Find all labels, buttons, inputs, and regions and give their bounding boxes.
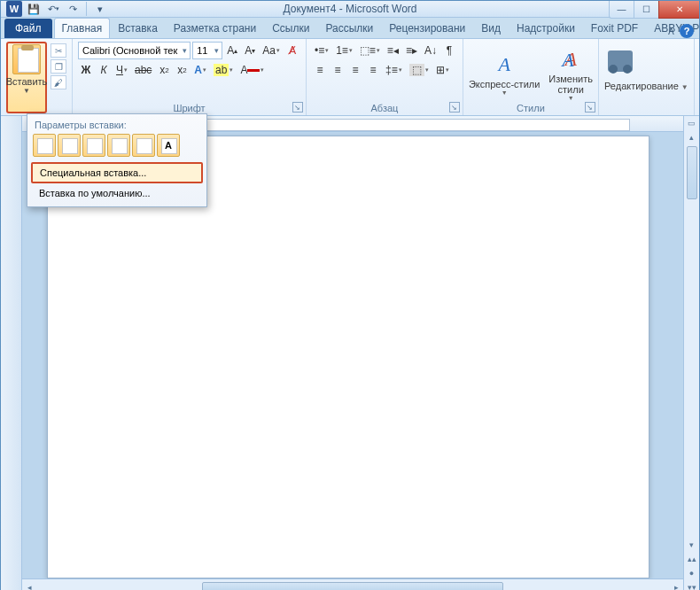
clear-formatting-button[interactable]: A̸ — [284, 42, 300, 59]
group-paragraph: •≡▾ 1≡▾ ⬚≡▾ ≡◂ ≡▸ A↓ ¶ ≡ ≡ ≡ ≡ ‡≡▾ ⬚▾ ⊞▾… — [307, 39, 463, 115]
font-color-button[interactable]: A▾ — [237, 61, 267, 79]
change-styles-button[interactable]: A Изменить стили ▼ — [548, 45, 593, 101]
cut-button[interactable]: ✂ — [51, 43, 66, 58]
paste-special-item[interactable]: Специальная вставка... — [31, 162, 203, 183]
app-window: W 💾 ↶▾ ↷ ▾ Документ4 - Microsoft Word — … — [0, 0, 700, 590]
shrink-font-button[interactable]: A▾ — [242, 42, 258, 59]
paste-option-picture[interactable] — [132, 134, 155, 157]
paste-option-text-only[interactable]: A — [157, 134, 180, 157]
font-size-combo[interactable]: 11 — [192, 42, 222, 59]
tab-view[interactable]: Вид — [473, 18, 509, 38]
qat-customize[interactable]: ▾ — [92, 1, 108, 17]
prev-page-icon[interactable]: ▴▴ — [688, 552, 696, 566]
vertical-scrollbar[interactable]: ▭ ▴ ▾ ▴▴ ● ▾▾ — [683, 116, 699, 590]
align-left-button[interactable]: ≡ — [312, 61, 328, 79]
redo-button[interactable]: ↷ — [65, 1, 81, 17]
horizontal-scrollbar[interactable]: ◂ ▸ — [22, 578, 683, 590]
tab-references[interactable]: Ссылки — [264, 18, 317, 38]
group-clipboard: Вставить ▼ ✂ ❐ 🖌 — [1, 39, 73, 115]
change-case-button[interactable]: Aa▾ — [260, 42, 283, 59]
line-spacing-button[interactable]: ‡≡▾ — [383, 61, 405, 79]
editing-button[interactable] — [604, 42, 688, 81]
undo-button[interactable]: ↶▾ — [45, 1, 61, 17]
subscript-button[interactable]: x2 — [156, 61, 172, 79]
paragraph-dialog-launcher[interactable]: ↘ — [449, 102, 460, 113]
font-name-combo[interactable]: Calibri (Основной тек — [78, 42, 191, 59]
tab-insert[interactable]: Вставка — [110, 18, 166, 38]
close-button[interactable]: ✕ — [658, 1, 699, 19]
chevron-down-icon: ▼ — [502, 89, 508, 96]
paste-button[interactable]: Вставить ▼ — [6, 42, 47, 113]
shading-button[interactable]: ⬚▾ — [407, 61, 432, 79]
paste-options-menu: Параметры вставки: A Специальная вставка… — [27, 113, 207, 207]
copy-button[interactable]: ❐ — [51, 59, 66, 74]
tab-review[interactable]: Рецензировани — [381, 18, 473, 38]
styles-dialog-launcher[interactable]: ↘ — [585, 102, 595, 113]
editing-label: Редактирование — [604, 81, 679, 91]
next-page-icon[interactable]: ▾▾ — [688, 580, 696, 590]
vertical-ruler[interactable] — [1, 116, 22, 590]
tab-layout[interactable]: Разметка страни — [166, 18, 264, 38]
align-center-button[interactable]: ≡ — [330, 61, 346, 79]
numbering-button[interactable]: 1≡▾ — [333, 42, 355, 59]
help-icon[interactable]: ? — [680, 24, 694, 38]
paste-option-use-dest[interactable] — [82, 134, 105, 157]
bullets-button[interactable]: •≡▾ — [312, 42, 331, 59]
align-right-button[interactable]: ≡ — [347, 61, 363, 79]
window-controls: — ☐ ✕ — [609, 1, 699, 19]
superscript-button[interactable]: x2 — [174, 61, 190, 79]
tab-addins[interactable]: Надстройки — [509, 18, 583, 38]
multilevel-button[interactable]: ⬚≡▾ — [357, 42, 383, 59]
grow-font-button[interactable]: A▴ — [224, 42, 240, 59]
bold-button[interactable]: Ж — [78, 61, 94, 79]
vscroll-thumb[interactable] — [687, 146, 697, 199]
scroll-left-icon[interactable]: ◂ — [22, 579, 36, 590]
paste-option-merge[interactable] — [58, 134, 81, 157]
group-editing-label — [604, 101, 688, 113]
group-styles: A Экспресс-стили ▼ A Изменить стили ▼ Ст… — [463, 39, 599, 115]
borders-button[interactable]: ⊞▾ — [433, 61, 452, 79]
binoculars-icon — [608, 50, 633, 72]
scroll-right-icon[interactable]: ▸ — [669, 579, 683, 590]
quick-styles-button[interactable]: A Экспресс-стили ▼ — [469, 50, 540, 96]
qat-separator — [86, 2, 87, 16]
sort-button[interactable]: A↓ — [422, 42, 439, 59]
tab-mailings[interactable]: Рассылки — [317, 18, 381, 38]
browse-object-icon[interactable]: ● — [688, 566, 696, 580]
highlight-button[interactable]: ab▾ — [211, 61, 236, 79]
ruler-toggle-icon[interactable]: ▭ — [684, 116, 699, 130]
underline-button[interactable]: Ч▾ — [113, 61, 130, 79]
decrease-indent-button[interactable]: ≡◂ — [385, 42, 401, 59]
group-styles-label: Стили — [469, 101, 593, 113]
scroll-down-icon[interactable]: ▾ — [684, 538, 699, 552]
show-marks-button[interactable]: ¶ — [441, 42, 457, 59]
window-title: Документ4 - Microsoft Word — [283, 3, 416, 15]
increase-indent-button[interactable]: ≡▸ — [403, 42, 420, 59]
italic-button[interactable]: К — [96, 61, 112, 79]
minimize-button[interactable]: — — [609, 1, 634, 19]
paste-option-keep-source[interactable] — [33, 134, 56, 157]
paste-icon — [12, 44, 41, 74]
tab-foxit[interactable]: Foxit PDF — [583, 18, 646, 38]
ribbon: Вставить ▼ ✂ ❐ 🖌 Calibri (Основной тек 1… — [1, 38, 699, 116]
maximize-button[interactable]: ☐ — [634, 1, 658, 19]
paste-default-item[interactable]: Вставка по умолчанию... — [31, 183, 203, 203]
titlebar: W 💾 ↶▾ ↷ ▾ Документ4 - Microsoft Word — … — [1, 1, 699, 18]
minimize-ribbon-icon[interactable]: ᐱ — [668, 27, 674, 36]
justify-button[interactable]: ≡ — [365, 61, 381, 79]
format-painter-button[interactable]: 🖌 — [51, 75, 66, 89]
tab-home[interactable]: Главная — [54, 18, 111, 38]
paste-menu-title: Параметры вставки: — [31, 118, 203, 134]
word-app-icon[interactable]: W — [6, 1, 22, 17]
hscroll-thumb[interactable] — [202, 582, 503, 590]
scroll-up-icon[interactable]: ▴ — [684, 130, 699, 144]
text-effects-button[interactable]: A▾ — [191, 61, 209, 79]
tab-file[interactable]: Файл — [4, 19, 52, 38]
quick-access-toolbar: W 💾 ↶▾ ↷ ▾ — [1, 1, 113, 17]
change-styles-label: Изменить стили — [548, 74, 593, 95]
paste-option-link[interactable] — [107, 134, 130, 157]
font-dialog-launcher[interactable]: ↘ — [292, 102, 303, 113]
group-font: Calibri (Основной тек 11 A▴ A▾ Aa▾ A̸ Ж … — [73, 39, 307, 115]
save-button[interactable]: 💾 — [26, 1, 42, 17]
strikethrough-button[interactable]: abc — [132, 61, 154, 79]
